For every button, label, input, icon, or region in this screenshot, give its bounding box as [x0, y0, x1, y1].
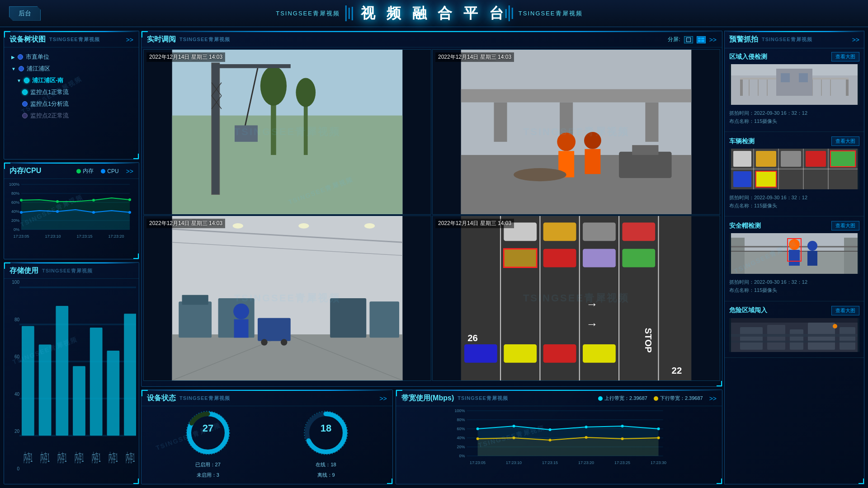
svg-text:20%: 20% — [457, 445, 465, 449]
svg-rect-104 — [543, 223, 576, 241]
svg-text:17:23:30: 17:23:30 — [651, 460, 666, 465]
svg-rect-110 — [622, 249, 655, 267]
alert-helmet-view-btn[interactable]: 查看大图 — [831, 221, 859, 230]
split-2x2-button[interactable] — [697, 36, 706, 43]
svg-rect-68 — [585, 149, 600, 174]
svg-rect-108 — [543, 249, 576, 267]
svg-text:17:23:20: 17:23:20 — [108, 234, 124, 239]
video-cell-3[interactable]: 2022年12月14日 星期三 14:03 — [143, 216, 431, 381]
alerts-header: 预警抓拍 TSINGSEE青犀视频 >> — [725, 31, 864, 48]
mem-cpu-title: 内存/CPU — [9, 166, 41, 176]
svg-text:17:23:20: 17:23:20 — [578, 460, 594, 465]
back-button[interactable]: 后台 — [9, 6, 41, 21]
alert-area-intrusion-view-btn[interactable]: 查看大图 — [831, 52, 859, 61]
realtime-arrow[interactable]: >> — [709, 36, 717, 43]
tree-down-arrow-icon: ▼ — [11, 66, 16, 71]
svg-rect-107 — [504, 249, 537, 267]
legend-download: 下行带宽：2.39687 — [654, 395, 703, 402]
svg-point-89 — [298, 223, 309, 229]
device-status-arrow[interactable]: >> — [379, 395, 387, 402]
corner-br-bandwidth — [717, 479, 722, 484]
video-timestamp-2: 2022年12月14日 星期三 14:03 — [435, 52, 514, 62]
alert-area-intrusion: 区域入侵检测 查看大图 — [725, 48, 864, 132]
alert-danger-zone-view-btn[interactable]: 查看大图 — [831, 306, 859, 315]
storage-panel: 存储使用 TSINGSEE青犀视频 100 80 60 40 20 0 — [4, 262, 139, 484]
corner-br-alerts — [859, 479, 864, 484]
alert-helmet-time: 抓拍时间：2022-09-30 16：32：12 — [729, 278, 859, 286]
svg-rect-181 — [806, 151, 826, 167]
svg-point-146 — [512, 425, 515, 427]
video-cell-2[interactable]: 2022年12月14日 星期三 14:03 — [432, 49, 720, 215]
svg-point-25 — [128, 211, 131, 214]
svg-rect-204 — [840, 327, 855, 350]
svg-text:17:23:25: 17:23:25 — [614, 460, 630, 465]
mem-cpu-header: 内存/CPU 内存 CPU >> — [4, 163, 139, 179]
tree-dot-m2-icon — [22, 113, 28, 118]
svg-rect-194 — [789, 250, 800, 266]
tree-item-monitor2[interactable]: 监控点2正常流 — [4, 110, 139, 122]
factory-svg — [144, 216, 431, 380]
tree-item-city[interactable]: ▶ 市直单位 — [4, 51, 139, 63]
legend-upload-label: 上行带宽：2.39687 — [604, 395, 647, 402]
video-cell-4[interactable]: 2022年12月14日 星期三 14:03 → — [432, 216, 720, 381]
storage-title: 存储使用 TSINGSEE青犀视频 — [9, 266, 93, 276]
alert-vehicle-meta: 抓拍时间：2022-09-30 16：32：12 布点名称：115摄像头 — [725, 192, 864, 213]
legend-cpu-dot — [101, 169, 105, 174]
donut-disabled-label: 未启用：3 — [197, 472, 219, 479]
deco-line-4 — [345, 5, 347, 21]
alerts-arrow[interactable]: >> — [852, 36, 859, 43]
svg-point-86 — [233, 304, 249, 319]
tree-item-south[interactable]: ▼ 浦江浦区-南 — [4, 75, 139, 86]
alert-area-intrusion-meta: 抓拍时间：2022-09-30 16：32：12 布点名称：115摄像头 — [725, 108, 864, 129]
svg-rect-70 — [632, 145, 658, 155]
alert-helmet-camera: 布点名称：115摄像头 — [729, 286, 859, 295]
svg-text:0%: 0% — [459, 454, 465, 458]
svg-point-22 — [20, 211, 23, 214]
video-cell-1[interactable]: 2022年12月14日 星期三 14:03 — [143, 49, 431, 215]
legend-cpu: CPU — [101, 168, 118, 174]
device-tree-arrow[interactable]: >> — [126, 36, 133, 43]
svg-rect-178 — [733, 151, 751, 167]
svg-text:60%: 60% — [457, 427, 465, 431]
svg-point-48 — [260, 66, 287, 105]
alert-helmet: 安全帽检测 查看大图 — [725, 217, 864, 301]
split-1x1-button[interactable] — [684, 36, 693, 43]
alert-vehicle: 车辆检测 查看大图 — [725, 133, 864, 216]
svg-rect-109 — [583, 249, 616, 267]
device-tree-title: 设备树状图 TSINGSEE青犀视频 — [9, 35, 100, 44]
split-grid-cell — [698, 38, 701, 40]
alert-vehicle-view-btn[interactable]: 查看大图 — [831, 136, 859, 146]
mem-cpu-arrow[interactable]: >> — [126, 168, 133, 175]
svg-rect-179 — [756, 151, 776, 167]
alert-vehicle-title: 车辆检测 — [729, 137, 755, 145]
alert-helmet-header: 安全帽检测 查看大图 — [725, 217, 864, 233]
svg-rect-171 — [799, 73, 808, 82]
split-controls: 分屏: >> — [668, 36, 717, 43]
svg-text:17:23:15: 17:23:15 — [542, 460, 558, 465]
svg-text:17:23:10: 17:23:10 — [506, 460, 522, 465]
svg-rect-69 — [619, 152, 671, 178]
alert-danger-zone-title: 危险区域闯入 — [729, 306, 767, 314]
svg-text:17:23:05: 17:23:05 — [470, 460, 486, 465]
tree-item-monitor1a[interactable]: 监控点1分析流 — [4, 98, 139, 110]
alert-helmet-meta: 抓拍时间：2022-09-30 16：32：12 布点名称：115摄像头 — [725, 277, 864, 298]
donut-online-svg: 18 — [301, 408, 351, 458]
svg-rect-106 — [622, 223, 655, 241]
storage-header: 存储使用 TSINGSEE青犀视频 — [4, 263, 139, 279]
deco-line-3 — [512, 8, 513, 19]
bandwidth-arrow[interactable]: >> — [709, 395, 717, 402]
svg-text:40%: 40% — [11, 209, 19, 214]
svg-point-84 — [261, 339, 268, 346]
svg-point-21 — [128, 198, 131, 201]
video-grid: 2022年12月14日 星期三 14:03 — [142, 47, 722, 383]
tree-content: ▶ 市直单位 ▼ 浦江浦区 ▼ 浦江浦区-南 监控点1正常流 — [4, 47, 139, 125]
legend-download-label: 下行带宽：2.39687 — [660, 395, 703, 402]
tree-dot-icon — [18, 54, 23, 60]
tree-item-pujiang[interactable]: ▼ 浦江浦区 — [4, 63, 139, 75]
tree-label-monitor2: 监控点2正常流 — [30, 112, 133, 120]
tree-item-monitor1[interactable]: 监控点1正常流 — [4, 86, 139, 98]
svg-text:18: 18 — [321, 422, 331, 434]
header: 后台 TSINGSEE青犀视频 视 频 融 合 平 台 TSINGSEE青犀视频 — [0, 0, 868, 27]
mem-cpu-panel: 内存/CPU 内存 CPU >> — [4, 162, 139, 259]
svg-text:内存1: 内存1 — [92, 451, 101, 465]
